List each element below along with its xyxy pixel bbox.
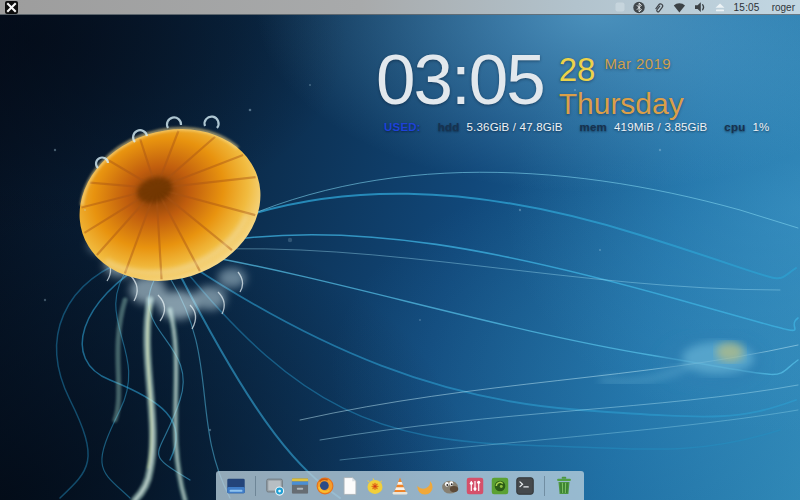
jellyfish-bell <box>60 106 281 304</box>
red-mixer-icon <box>464 475 486 497</box>
blue-window-icon <box>225 475 247 497</box>
mem-value: 419MiB / 3.85GiB <box>614 121 707 133</box>
hdd-label: hdd <box>438 121 460 133</box>
applications-menu-button[interactable] <box>5 1 18 14</box>
firefox-icon <box>314 475 336 497</box>
dock-item-terminal[interactable] <box>514 475 536 497</box>
dock-item-file-drawer[interactable] <box>289 475 311 497</box>
x-logo-icon <box>5 1 18 14</box>
volume-icon[interactable] <box>694 1 706 13</box>
clock-time: 03:05 <box>376 44 544 120</box>
gray-window-blue-dot-icon <box>264 475 286 497</box>
dock-item-gray-window-blue-dot[interactable] <box>264 475 286 497</box>
conky-clock-widget: 03:05 28 Mar 2019 Thursday <box>376 44 684 120</box>
orange-crescent-icon <box>414 475 436 497</box>
eject-icon[interactable] <box>714 1 726 13</box>
dock-item-gimp[interactable] <box>439 475 461 497</box>
dock-item-yellow-chick[interactable] <box>364 475 386 497</box>
conky-system-stats: USED: hdd 5.36GiB / 47.8GiB mem 419MiB /… <box>384 121 769 133</box>
dock-item-orange-crescent[interactable] <box>414 475 436 497</box>
terminal-icon <box>514 475 536 497</box>
clipboard-paperclip-icon[interactable] <box>653 1 665 14</box>
dock-item-trash[interactable] <box>553 475 575 497</box>
mem-label: mem <box>580 121 607 133</box>
bluetooth-icon[interactable] <box>633 1 645 14</box>
trash-icon <box>553 475 575 497</box>
green-eye-app-icon <box>489 475 511 497</box>
hdd-value: 5.36GiB / 47.8GiB <box>466 121 562 133</box>
yellow-chick-icon <box>364 475 386 497</box>
dock-item-document[interactable] <box>339 475 361 497</box>
wifi-icon[interactable] <box>673 1 686 13</box>
indicator-icon[interactable] <box>615 2 625 12</box>
tentacles-right <box>185 172 798 460</box>
top-panel: 15:05 roger <box>0 0 800 15</box>
used-label: USED: <box>384 121 421 133</box>
document-icon <box>339 475 361 497</box>
cpu-value: 1% <box>752 121 769 133</box>
date-weekday: Thursday <box>559 87 684 120</box>
dock-item-green-eye-app[interactable] <box>489 475 511 497</box>
dock-item-red-mixer[interactable] <box>464 475 486 497</box>
dock-item-blue-window[interactable] <box>225 475 247 497</box>
gimp-icon <box>439 475 461 497</box>
panel-clock[interactable]: 15:05 <box>734 2 760 13</box>
system-tray: 15:05 roger <box>615 1 795 14</box>
desktop-screen: 15:05 roger 03:05 28 Mar 2019 Thursday U… <box>0 0 800 500</box>
dock-item-firefox[interactable] <box>314 475 336 497</box>
user-menu[interactable]: roger <box>772 2 795 13</box>
secondary-jellyfish <box>600 335 764 389</box>
dock-separator <box>255 476 256 496</box>
cpu-label: cpu <box>724 121 745 133</box>
dock <box>216 471 584 500</box>
dock-separator <box>544 476 545 496</box>
clock-date-block: 28 Mar 2019 Thursday <box>559 44 684 120</box>
dock-item-vlc[interactable] <box>389 475 411 497</box>
vlc-cone-icon <box>389 475 411 497</box>
date-day: 28 <box>559 53 596 86</box>
date-month-year: Mar 2019 <box>604 55 671 72</box>
file-drawer-icon <box>289 475 311 497</box>
